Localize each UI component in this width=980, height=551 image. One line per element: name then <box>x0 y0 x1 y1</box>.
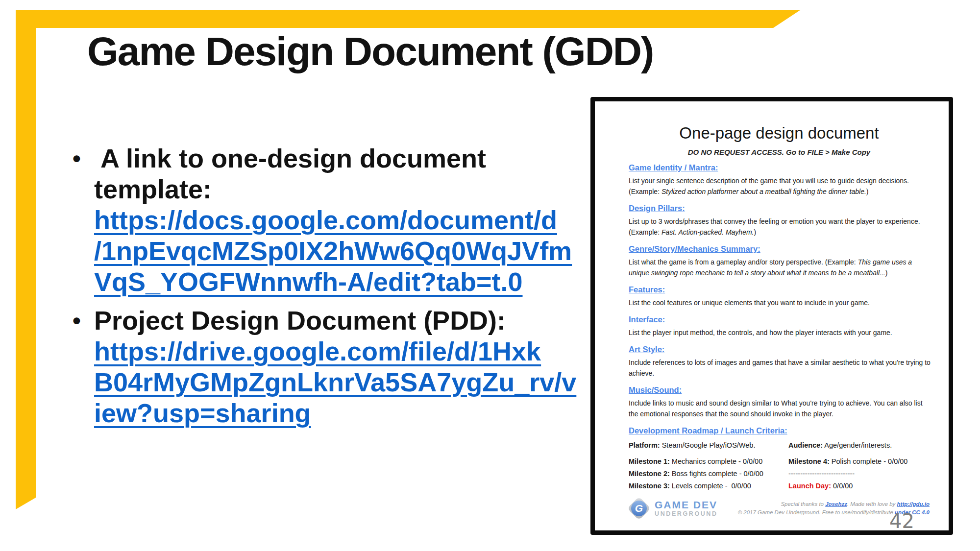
list-item: •Project Design Document (PDD):https://d… <box>73 305 572 429</box>
roadmap-row-label: Milestone 1: <box>629 457 670 465</box>
doc-body-text: ) <box>754 228 756 236</box>
credit-text: . Made with love by <box>847 501 897 507</box>
bullet-marker: • <box>73 305 94 336</box>
bullet-hyperlink-line[interactable]: https://docs.google.com/document/d <box>94 205 572 236</box>
doc-body-text: Include references to lots of images and… <box>629 359 931 377</box>
bullet-hyperlink-line[interactable]: B04rMyGMpZgnLknrVa5SA7ygZu_rv/v <box>94 367 572 398</box>
roadmap-row-text: Age/gender/interests. <box>823 441 892 449</box>
roadmap-row-text: Boss fights complete - 0/0/00 <box>670 470 763 478</box>
doc-section-body: List up to 3 words/phrases that convey t… <box>629 216 931 238</box>
gdu-logo-icon: G <box>629 498 649 519</box>
roadmap-row: Milestone 1: Mechanics complete - 0/0/00 <box>629 455 777 468</box>
bullet-list: • A link to one-design documenttemplate:… <box>73 143 572 429</box>
roadmap-row: Milestone 2: Boss fights complete - 0/0/… <box>629 468 777 480</box>
list-item: • A link to one-design documenttemplate:… <box>73 143 572 297</box>
doc-body-text: Stylized action platformer about a meatb… <box>662 188 866 195</box>
bullet-content: A link to one-design documenttemplate:ht… <box>94 143 572 297</box>
doc-section-body: Include links to music and sound design … <box>629 398 931 419</box>
doc-body-text: List the cool features or unique element… <box>629 299 870 307</box>
design-doc-image: One-page design document DO NO REQUEST A… <box>590 97 953 535</box>
doc-section-body: List the player input method, the contro… <box>629 327 931 338</box>
roadmap-row: Milestone 3: Levels complete - 0/0/00 <box>629 480 777 492</box>
doc-body-text: List what the game is from a gameplay an… <box>629 258 858 266</box>
bullet-hyperlink-line[interactable]: VqS_YOGFWnnwfh-A/edit?tab=t.0 <box>94 266 572 297</box>
doc-section-heading: Genre/Story/Mechanics Summary: <box>629 244 930 254</box>
bullet-marker: • <box>73 143 94 174</box>
roadmap-row-text: 0/0/00 <box>831 482 853 490</box>
bullet-label-line: template: <box>94 174 572 205</box>
roadmap-row-label: Milestone 4: <box>788 457 830 465</box>
roadmap-grid: Platform: Steam/Google Play/iOS/Web.Mile… <box>629 439 930 492</box>
doc-body-text: Fast. Action-packed. Mayhem. <box>662 228 754 236</box>
doc-section-heading: Music/Sound: <box>629 385 930 395</box>
roadmap-row-label: Milestone 3: <box>629 482 670 490</box>
doc-body-text: Include links to music and sound design … <box>629 399 923 418</box>
bullet-label-line: A link to one-design document <box>94 143 572 174</box>
credit-line: Special thanks to Josehzz. Made with lov… <box>738 500 930 508</box>
logo-circle: G <box>631 501 647 516</box>
bullet-hyperlink-line[interactable]: /1npEvqcMZSp0IX2hWw6Qq0WqJVfm <box>94 236 572 266</box>
doc-section-body: List what the game is from a gameplay an… <box>629 257 931 278</box>
roadmap-right-column: Audience: Age/gender/interests.Milestone… <box>788 439 926 492</box>
credit-text: Special thanks to <box>781 501 825 507</box>
doc-sections: Game Identity / Mantra:List your single … <box>629 163 930 419</box>
doc-section-body: List your single sentence description of… <box>629 175 931 197</box>
logo-monogram: G <box>635 503 643 514</box>
doc-roadmap: Development Roadmap / Launch Criteria: P… <box>629 426 930 492</box>
doc-title: One-page design document <box>629 124 930 143</box>
doc-subtitle: DO NO REQUEST ACCESS. Go to FILE > Make … <box>629 148 930 156</box>
doc-section-body: List the cool features or unique element… <box>629 297 931 308</box>
logo-text-game-dev: GAME DEV <box>655 500 718 510</box>
doc-body-text: ) <box>866 188 869 195</box>
roadmap-row-text: Steam/Google Play/iOS/Web. <box>660 441 756 449</box>
doc-section-heading: Interface: <box>629 315 930 324</box>
roadmap-row: Launch Day: 0/0/00 <box>788 480 926 492</box>
roadmap-row-text: Levels complete - 0/0/00 <box>670 482 751 490</box>
roadmap-row-text: ---------------------------- <box>788 470 855 478</box>
roadmap-row: Audience: Age/gender/interests. <box>788 439 926 452</box>
roadmap-row: Platform: Steam/Google Play/iOS/Web. <box>629 439 777 452</box>
roadmap-row: Milestone 4: Polish complete - 0/0/00 <box>788 455 926 468</box>
slide-page-number: 42 <box>889 510 914 532</box>
doc-section-heading: Design Pillars: <box>629 204 930 213</box>
doc-section-heading: Features: <box>629 285 930 294</box>
page-title: Game Design Document (GDD) <box>87 28 653 74</box>
doc-body-text: ) <box>885 269 888 277</box>
bullet-hyperlink-line[interactable]: https://drive.google.com/file/d/1Hxk <box>94 336 572 367</box>
game-dev-underground-logo: G GAME DEV UNDERGROUND <box>629 498 718 519</box>
doc-section-heading: Game Identity / Mantra: <box>629 163 930 172</box>
credit-hyperlink[interactable]: http://gdu.io <box>897 501 930 507</box>
roadmap-row: ---------------------------- <box>788 468 926 480</box>
slide: Game Design Document (GDD) • A link to o… <box>0 0 980 551</box>
bullet-hyperlink-line[interactable]: iew?usp=sharing <box>94 398 572 429</box>
roadmap-left-column: Platform: Steam/Google Play/iOS/Web.Mile… <box>629 439 777 492</box>
roadmap-row-label: Audience: <box>788 441 823 449</box>
credit-text: © 2017 Game Dev Underground. Free to use… <box>738 509 895 515</box>
roadmap-row-text: Mechanics complete - 0/0/00 <box>670 457 762 465</box>
bullet-content: Project Design Document (PDD):https://dr… <box>94 305 572 429</box>
doc-footer: G GAME DEV UNDERGROUND Special thanks to… <box>629 498 930 519</box>
logo-wordmark: GAME DEV UNDERGROUND <box>655 500 718 517</box>
roadmap-row-label: Launch Day: <box>788 482 831 490</box>
logo-text-underground: UNDERGROUND <box>655 510 718 517</box>
roadmap-row-text: Polish complete - 0/0/00 <box>830 457 908 465</box>
roadmap-heading: Development Roadmap / Launch Criteria: <box>629 426 930 435</box>
bullet-label-line: Project Design Document (PDD): <box>94 305 572 336</box>
roadmap-row-label: Platform: <box>629 441 660 449</box>
doc-body-text: List the player input method, the contro… <box>629 329 892 336</box>
doc-section-heading: Art Style: <box>629 345 930 354</box>
doc-section-body: Include references to lots of images and… <box>629 357 931 379</box>
credit-hyperlink[interactable]: Josehzz <box>825 501 847 507</box>
roadmap-row-label: Milestone 2: <box>629 470 670 478</box>
